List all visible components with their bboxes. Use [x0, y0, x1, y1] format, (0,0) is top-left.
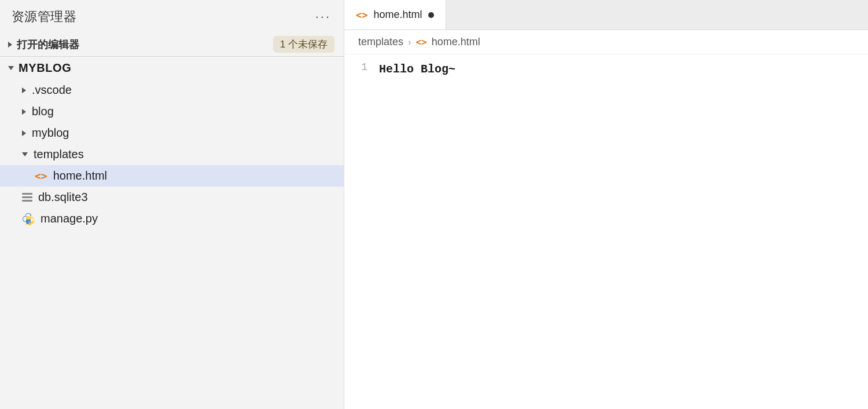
line-numbers: 1 [344, 61, 379, 402]
templates-children: <> home.html [0, 165, 344, 187]
sidebar-item-blog[interactable]: blog [0, 101, 344, 122]
templates-folder-label: templates [34, 148, 84, 161]
sidebar: 资源管理器 ··· 打开的编辑器 1 个未保存 MYBLOG .vscode b… [0, 0, 344, 409]
breadcrumb-file[interactable]: home.html [432, 36, 480, 48]
templates-folder-group: templates <> home.html [0, 144, 344, 187]
manage-py-label: manage.py [41, 212, 98, 225]
python-icon [22, 213, 35, 225]
vscode-folder-label: .vscode [32, 83, 72, 97]
chevron-right-icon [22, 130, 26, 136]
tab-title: home.html [373, 9, 422, 21]
code-editor: 1 Hello Blog~ [344, 54, 868, 409]
code-line-1[interactable]: Hello Blog~ [379, 61, 868, 402]
project-row[interactable]: MYBLOG [0, 57, 344, 79]
html-icon: <> [35, 170, 47, 182]
breadcrumb-folder[interactable]: templates [358, 36, 403, 48]
chevron-right-icon [22, 87, 26, 93]
unsaved-badge: 1 个未保存 [273, 36, 334, 53]
breadcrumb: templates › <> home.html [344, 30, 868, 54]
svg-point-0 [27, 215, 28, 216]
chevron-right-icon [22, 109, 26, 115]
sidebar-item-manage-py[interactable]: manage.py [0, 208, 344, 229]
tab-bar: <> home.html [344, 0, 868, 30]
sidebar-item-vscode[interactable]: .vscode [0, 79, 344, 101]
sidebar-item-templates[interactable]: templates [0, 144, 344, 165]
open-editors-label: 打开的编辑器 [17, 38, 269, 52]
blog-folder-label: blog [32, 105, 54, 118]
breadcrumb-separator: › [408, 37, 411, 48]
project-label: MYBLOG [19, 61, 71, 75]
db-sqlite3-label: db.sqlite3 [38, 191, 88, 204]
open-editors-row[interactable]: 打开的编辑器 1 个未保存 [0, 32, 344, 56]
sidebar-title: 资源管理器 [12, 8, 76, 25]
line-number-1: 1 [361, 61, 367, 73]
chevron-down-icon [8, 66, 14, 70]
tab-html-icon: <> [356, 9, 367, 21]
db-icon [22, 193, 32, 202]
sidebar-more-button[interactable]: ··· [312, 8, 334, 25]
chevron-right-icon [8, 42, 12, 48]
tab-home-html[interactable]: <> home.html [344, 0, 446, 30]
chevron-down-icon [22, 152, 28, 156]
home-html-label: home.html [53, 169, 107, 182]
svg-point-1 [29, 222, 30, 224]
unsaved-dot-icon [428, 12, 434, 18]
sidebar-item-home-html[interactable]: <> home.html [0, 165, 344, 187]
sidebar-item-myblog[interactable]: myblog [0, 122, 344, 144]
editor-area: <> home.html templates › <> home.html 1 … [344, 0, 868, 409]
sidebar-item-db-sqlite3[interactable]: db.sqlite3 [0, 187, 344, 208]
sidebar-header: 资源管理器 ··· [0, 0, 344, 32]
myblog-folder-label: myblog [32, 126, 69, 140]
breadcrumb-html-icon: <> [415, 36, 426, 48]
